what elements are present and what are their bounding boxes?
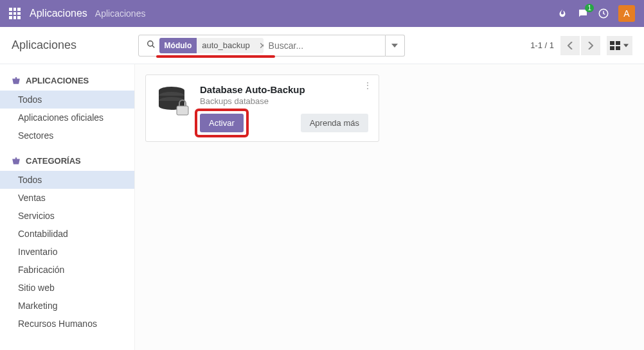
facet-value: auto_backup xyxy=(197,40,255,50)
sidebar-item-servicios[interactable]: Servicios xyxy=(0,207,134,225)
sidebar-item-fabricacion[interactable]: Fabricación xyxy=(0,261,134,279)
svg-point-1 xyxy=(147,40,152,46)
clock-icon[interactable] xyxy=(598,8,609,19)
sidebar-item-oficiales[interactable]: Aplicaciones oficiales xyxy=(0,109,134,127)
search-icon xyxy=(147,40,156,51)
sidebar-item-sectores[interactable]: Sectores xyxy=(0,127,134,144)
module-card: Database Auto-Backup Backups database Ac… xyxy=(145,74,379,142)
breadcrumb[interactable]: Aplicaciones xyxy=(95,8,146,19)
svg-rect-5 xyxy=(616,46,620,50)
sidebar-item-marketing[interactable]: Marketing xyxy=(0,297,134,315)
svg-rect-2 xyxy=(610,41,614,45)
card-menu-icon[interactable]: ⋮ xyxy=(363,80,372,91)
card-subtitle: Backups database xyxy=(200,96,368,106)
sidebar-item-inventario[interactable]: Inventario xyxy=(0,243,134,261)
app-name[interactable]: Aplicaciones xyxy=(30,8,87,19)
svg-rect-9 xyxy=(177,106,188,115)
view-switch-button[interactable] xyxy=(607,36,632,55)
svg-rect-3 xyxy=(616,41,620,45)
avatar[interactable]: A xyxy=(618,5,635,22)
pager-next-button[interactable] xyxy=(581,36,600,55)
database-icon xyxy=(156,84,191,119)
learn-more-button[interactable]: Aprenda más xyxy=(301,114,368,132)
chat-badge: 1 xyxy=(585,4,594,12)
search-box[interactable]: Módulo auto_backup ✕ xyxy=(138,35,386,57)
sidebar-item-ventas[interactable]: Ventas xyxy=(0,189,134,207)
page-title: Aplicaciones xyxy=(12,39,76,52)
sidebar-item-cat-todos[interactable]: Todos xyxy=(0,171,134,189)
apps-menu-icon[interactable] xyxy=(9,8,21,19)
sidebar-heading-apps: APLICACIONES xyxy=(0,73,134,91)
pager-text: 1-1 / 1 xyxy=(530,40,554,50)
sidebar-item-contabilidad[interactable]: Contabilidad xyxy=(0,225,134,243)
sidebar-item-todos[interactable]: Todos xyxy=(0,91,134,109)
flame-icon[interactable] xyxy=(557,8,568,19)
sidebar-item-rrhh[interactable]: Recursos Humanos xyxy=(0,315,134,333)
sidebar-item-sitioweb[interactable]: Sitio web xyxy=(0,279,134,297)
sidebar: APLICACIONES Todos Aplicaciones oficiale… xyxy=(0,64,135,350)
annotation-underline xyxy=(156,55,275,58)
search-dropdown-button[interactable] xyxy=(386,35,405,57)
chat-icon[interactable]: 1 xyxy=(577,8,589,19)
facet-label: Módulo xyxy=(159,38,197,53)
search-input[interactable] xyxy=(269,40,381,51)
activate-button[interactable]: Activar xyxy=(200,114,244,132)
pager-prev-button[interactable] xyxy=(560,36,580,55)
card-title: Database Auto-Backup xyxy=(200,84,368,95)
facet-remove-icon[interactable]: ✕ xyxy=(255,40,264,51)
svg-rect-4 xyxy=(610,46,614,50)
search-facet: Módulo auto_backup ✕ xyxy=(159,38,264,53)
sidebar-heading-categories: CATEGORÍAS xyxy=(0,153,134,171)
